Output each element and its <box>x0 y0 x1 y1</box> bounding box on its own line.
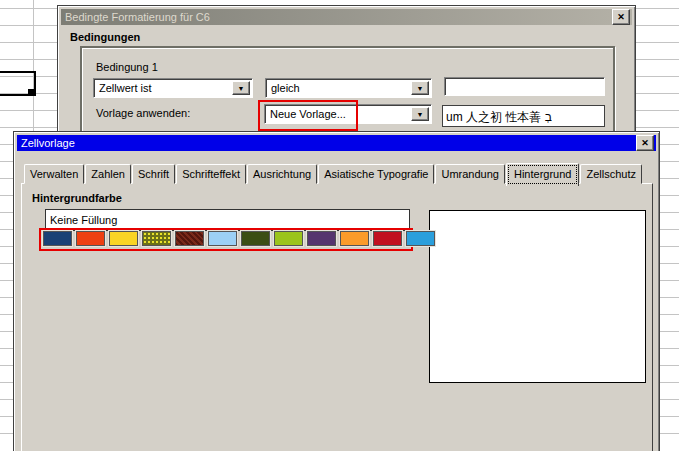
color-swatch-yellow-green[interactable] <box>274 231 303 246</box>
tab-zellschutz[interactable]: Zellschutz <box>580 164 642 184</box>
color-swatch-dark-red-hatch[interactable] <box>175 231 204 246</box>
chevron-down-icon[interactable]: ▼ <box>411 81 429 95</box>
background-color-section-label: Hintergrundfarbe <box>32 192 122 204</box>
style-preview-text: um 人之初 性本善 בְ <box>446 110 552 124</box>
color-swatch-dark-olive[interactable] <box>241 231 270 246</box>
color-swatch-dark-blue[interactable] <box>43 231 72 246</box>
operator-combobox-value: gleich <box>271 82 300 94</box>
tab-hintergrund[interactable]: Hintergrund <box>506 163 579 186</box>
tab-umrandung[interactable]: Umrandung <box>435 164 504 184</box>
tab-schrift[interactable]: Schrift <box>132 164 175 184</box>
conditional-formatting-dialog: Bedingte Formatierung für C6 ✕ Bedingung… <box>57 5 636 133</box>
background-preview-area <box>429 210 646 383</box>
color-swatch-blue[interactable] <box>406 231 435 246</box>
color-swatch-red[interactable] <box>373 231 402 246</box>
tab-panel: Hintergrundfarbe Keine Füllung <box>21 183 653 451</box>
tab-verwalten[interactable]: Verwalten <box>24 164 84 184</box>
operator-combobox[interactable]: gleich ▼ <box>265 78 432 98</box>
dialog-titlebar[interactable]: Bedingte Formatierung für C6 ✕ <box>61 9 632 25</box>
annotation-rectangle-style-combo <box>258 100 358 131</box>
apply-style-label: Vorlage anwenden: <box>96 107 190 119</box>
dialog-title: Zellvorlage <box>21 137 636 149</box>
color-swatch-olive-dotted[interactable] <box>142 231 171 246</box>
tab-strip: VerwaltenZahlenSchriftSchrifteffektAusri… <box>24 163 643 184</box>
chevron-down-icon[interactable]: ▼ <box>232 81 250 95</box>
color-swatch-light-blue[interactable] <box>208 231 237 246</box>
conditions-section-label: Bedingungen <box>70 31 140 43</box>
color-swatch-orange-red[interactable] <box>76 231 105 246</box>
color-swatch-yellow[interactable] <box>109 231 138 246</box>
cell-style-dialog: Zellvorlage ✕ VerwaltenZahlenSchriftSchr… <box>13 131 660 451</box>
condition-value-input[interactable] <box>444 77 605 96</box>
fill-handle[interactable] <box>28 89 35 96</box>
dialog-title: Bedingte Formatierung für C6 <box>65 11 612 23</box>
tab-schrifteffekt[interactable]: Schrifteffekt <box>176 164 246 184</box>
tab-asiatische-typografie[interactable]: Asiatische Typografie <box>318 164 434 184</box>
condition1-label: Bedingung 1 <box>96 61 158 73</box>
no-fill-item[interactable]: Keine Füllung <box>50 214 117 226</box>
cell-value-combobox-value: Zellwert ist <box>99 82 152 94</box>
style-preview-box: um 人之初 性本善 בְ <box>442 105 605 127</box>
color-palette <box>43 231 435 246</box>
close-icon[interactable]: ✕ <box>636 135 654 151</box>
chevron-down-icon[interactable]: ▼ <box>411 107 429 121</box>
close-icon[interactable]: ✕ <box>612 9 630 25</box>
tab-zahlen[interactable]: Zahlen <box>85 164 131 184</box>
cell-value-combobox[interactable]: Zellwert ist ▼ <box>93 78 253 98</box>
color-swatch-orange[interactable] <box>340 231 369 246</box>
color-swatch-dark-purple[interactable] <box>307 231 336 246</box>
column-gridline <box>33 0 34 131</box>
dialog-titlebar[interactable]: Zellvorlage ✕ <box>17 135 656 151</box>
tab-ausrichtung[interactable]: Ausrichtung <box>247 164 317 184</box>
